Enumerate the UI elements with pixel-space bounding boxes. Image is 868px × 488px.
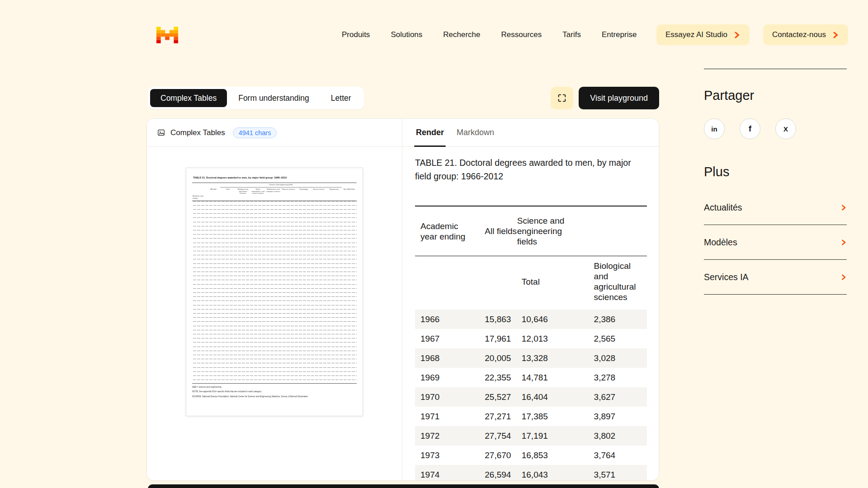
document-preview-area: TABLE 21. Doctoral degrees awarded to me…: [147, 147, 402, 480]
bio-agri-cell: 3,897: [587, 407, 647, 426]
share-title: Partager: [704, 88, 847, 103]
scan-column-header: Mathematics and computer sciences: [266, 188, 281, 201]
all-fields-cell: 22,355: [473, 368, 517, 387]
mistral-pixel-m-logo-icon: [156, 27, 178, 43]
year-cell: 1973: [415, 446, 473, 465]
facebook-share-button[interactable]: f: [740, 118, 760, 139]
table-row: 197025,52716,4043,627: [415, 387, 647, 407]
scan-span-header-row: Science and engineering fields: [192, 183, 357, 188]
bio-agri-cell: 3,764: [587, 446, 647, 465]
rendered-table-title: TABLE 21. Doctoral degrees awarded to me…: [415, 156, 640, 183]
more-links: ActualitésModèlesServices IA: [704, 190, 847, 295]
next-section-peek: [148, 484, 659, 488]
year-cell: 1974: [415, 465, 473, 480]
header-ctas: Essayez AI Studio Contactez-nous: [656, 24, 848, 45]
sae-total-cell: 16,853: [517, 446, 587, 465]
sae-total-cell: 17,191: [517, 426, 587, 446]
x-share-button[interactable]: X: [775, 118, 796, 139]
document-scan: TABLE 21. Doctoral degrees awarded to me…: [186, 168, 363, 416]
document-panel: Complex Tables 4941 chars TABLE 21. Doct…: [147, 119, 402, 480]
scan-notes: S&E = science and engineering. NOTE: See…: [192, 386, 357, 398]
chevron-right-icon: [832, 32, 839, 38]
sae-total-cell: 14,781: [517, 368, 587, 387]
document-title: Complex Tables: [170, 128, 225, 137]
facebook-icon: f: [749, 124, 751, 134]
nav-item-solutions[interactable]: Solutions: [391, 30, 422, 39]
table-row: 197327,67016,8533,764: [415, 446, 647, 465]
site-header: ProduitsSolutionsRechercheRessourcesTari…: [156, 23, 848, 46]
sidebar: Partager infX Plus ActualitésModèlesServ…: [704, 69, 847, 295]
output-tab-render[interactable]: Render: [410, 119, 450, 146]
more-link-actualites[interactable]: Actualités: [704, 190, 847, 225]
try-ai-studio-label: Essayez AI Studio: [665, 30, 727, 39]
year-cell: 1966: [415, 310, 473, 329]
visit-playground-button[interactable]: Visit playground: [579, 87, 659, 109]
table-row: 197127,27117,3853,897: [415, 407, 647, 426]
sae-total-cell: 16,404: [517, 387, 587, 407]
scan-footnote: S&E = science and engineering.: [192, 386, 357, 389]
scan-column-header: Social sciences: [311, 188, 326, 201]
demo-card: Complex Tables 4941 chars TABLE 21. Doct…: [146, 118, 659, 481]
nav-item-tarifs[interactable]: Tarifs: [562, 30, 581, 39]
demo-tab-complex-tables[interactable]: Complex Tables: [150, 89, 227, 107]
demo-tab-form-understanding[interactable]: Form understanding: [228, 89, 320, 107]
document-panel-header: Complex Tables 4941 chars: [147, 119, 402, 147]
more-link-modeles[interactable]: Modèles: [704, 225, 847, 260]
output-tab-markdown[interactable]: Markdown: [450, 119, 500, 146]
demo-tabs: Complex TablesForm understandingLetter: [148, 87, 364, 109]
scan-col-headers: Academic year endingAll fieldsTotalBiolo…: [192, 188, 357, 201]
nav-item-produits[interactable]: Produits: [342, 30, 370, 39]
bio-agri-cell: 2,565: [587, 329, 647, 348]
expand-button[interactable]: [551, 87, 573, 109]
nav-item-recherche[interactable]: Recherche: [443, 30, 480, 39]
all-fields-cell: 17,961: [473, 329, 517, 348]
year-cell: 1970: [415, 387, 473, 407]
all-fields-cell: 27,670: [473, 446, 517, 465]
nav-item-entreprise[interactable]: Entreprise: [602, 30, 637, 39]
scan-table: Science and engineering fields Academic …: [192, 183, 357, 384]
contact-button[interactable]: Contactez-nous: [763, 24, 848, 45]
scan-table-body: [192, 201, 357, 384]
sae-total-cell: 10,646: [517, 310, 587, 329]
all-fields-cell: 27,754: [473, 426, 517, 446]
nav-item-ressources[interactable]: Ressources: [501, 30, 542, 39]
header-empty: [415, 256, 473, 310]
mistral-logo[interactable]: [156, 27, 178, 43]
bio-agri-cell: 3,571: [587, 465, 647, 480]
scan-source: SOURCE: National Science Foundation, Nat…: [192, 395, 357, 398]
render-panel: RenderMarkdown TABLE 21. Doctoral degree…: [402, 119, 659, 480]
bio-agri-cell: 3,028: [587, 348, 647, 368]
chevron-right-icon: [734, 32, 741, 38]
all-fields-cell: 15,863: [473, 310, 517, 329]
render-content: TABLE 21. Doctoral degrees awarded to me…: [402, 147, 659, 480]
all-fields-cell: 20,005: [473, 348, 517, 368]
page: ProduitsSolutionsRechercheRessourcesTari…: [0, 0, 868, 488]
year-cell: 1971: [415, 407, 473, 426]
image-icon: [157, 128, 165, 137]
demo-tab-letter[interactable]: Letter: [321, 89, 362, 107]
year-cell: 1968: [415, 348, 473, 368]
scan-column-header: All fields: [207, 188, 220, 201]
rendered-table: Academic year ending All fields Science …: [415, 206, 647, 480]
scan-column-header: Physical sciences: [281, 188, 296, 201]
sae-total-cell: 17,385: [517, 407, 587, 426]
bio-agri-cell: 3,802: [587, 426, 647, 446]
contact-label: Contactez-nous: [772, 30, 826, 39]
sae-total-cell: 12,013: [517, 329, 587, 348]
bio-agri-cell: 3,278: [587, 368, 647, 387]
linkedin-share-button[interactable]: in: [704, 118, 725, 139]
main-nav: ProduitsSolutionsRechercheRessourcesTari…: [342, 30, 637, 39]
x-icon: X: [783, 125, 788, 133]
bio-agri-cell: 3,627: [587, 387, 647, 407]
chevron-right-icon: [841, 205, 847, 211]
header-academic-year: Academic year ending: [415, 206, 473, 256]
header-sae-span: Science and engineering fields: [517, 206, 647, 256]
year-cell: 1969: [415, 368, 473, 387]
more-link-services-ia[interactable]: Services IA: [704, 260, 847, 295]
table-header-row-1: Academic year ending All fields Science …: [415, 206, 647, 256]
scan-span-header: Science and engineering fields: [269, 184, 293, 186]
chevron-right-icon: [841, 274, 847, 280]
table-row: 196615,86310,6462,386: [415, 310, 647, 329]
table-row: 196820,00513,3283,028: [415, 348, 647, 368]
try-ai-studio-button[interactable]: Essayez AI Studio: [656, 24, 750, 45]
